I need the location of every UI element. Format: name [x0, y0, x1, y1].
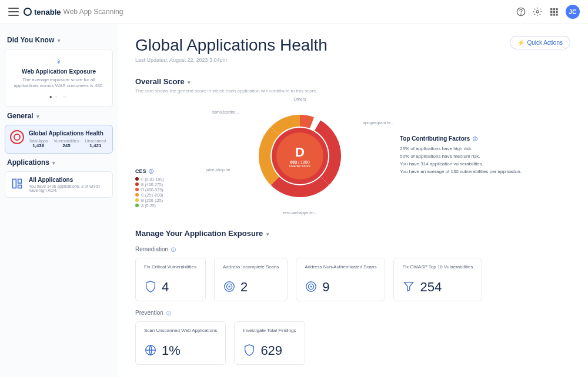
metric-value: 4 [162, 280, 169, 295]
grid-icon[interactable] [549, 7, 559, 16]
score-label: Overall Score [289, 164, 310, 168]
legend-item: B (200-125) [135, 198, 200, 202]
brand-logo[interactable]: tenable Web App Scanning [24, 8, 123, 16]
legend-dot-icon [135, 204, 139, 207]
svg-rect-11 [556, 14, 557, 15]
hamburger-icon[interactable] [8, 8, 19, 16]
svg-point-19 [229, 286, 230, 287]
donut-seg-label: zero.webapps.ec... [283, 211, 318, 215]
factor-line: 50% of applications have medium risk. [400, 154, 570, 159]
settings-icon[interactable] [533, 7, 542, 16]
subsection-prevention: Prevention ⓘ [135, 310, 570, 317]
svg-rect-6 [550, 11, 552, 13]
legend-label: E (400-275) [141, 182, 163, 187]
donut-seg-label: juice-shop.he... [206, 168, 233, 172]
legend-label: F (0.01-199) [141, 177, 164, 181]
svg-point-22 [310, 286, 312, 287]
target-icon [223, 280, 236, 295]
globe-icon [144, 344, 157, 358]
metric-card[interactable]: Address Incomplete Scans 2 [214, 258, 288, 301]
brand-text: tenable [34, 8, 61, 16]
sidebar-section-general[interactable]: General ▾ [7, 112, 111, 120]
filter-icon [402, 280, 415, 295]
carousel-dots[interactable]: ●○ ○ [11, 94, 106, 99]
svg-rect-14 [18, 185, 22, 188]
shield-icon [144, 280, 157, 295]
metric-card[interactable]: Address Non-Authenticated Scans 9 [296, 258, 385, 301]
svg-rect-5 [556, 8, 557, 10]
svg-rect-9 [550, 14, 552, 15]
chevron-down-icon: ▾ [58, 38, 61, 44]
legend-item: E (400-275) [135, 182, 200, 187]
legend-dot-icon [135, 198, 139, 202]
apps-icon [10, 177, 24, 191]
health-ring-icon [10, 130, 24, 144]
factors-column: Top Contributing Factors ⓘ 23% of applic… [400, 135, 570, 177]
metric-value: 629 [260, 343, 282, 358]
tip-title: Web Application Exposure [11, 68, 106, 75]
section-manage-exposure[interactable]: Manage Your Application Exposure ▾ [135, 229, 570, 238]
section-sub: The card shows the general score in whic… [135, 88, 570, 94]
metric-card[interactable]: Fix Critical Vulnerabilities 4 [135, 258, 206, 301]
legend-item: D (400-325) [135, 188, 200, 192]
sidebar: Did You Know ▾ ♀ Web Application Exposur… [0, 24, 118, 377]
chevron-down-icon: ▾ [36, 114, 39, 119]
product-name: Web App Scanning [64, 8, 123, 16]
subsection-remediation: Remediation ⓘ [135, 246, 570, 253]
page-header: Global Applications Health Last Updated:… [135, 36, 570, 63]
metric-card[interactable]: Investigate Total Findings 629 [234, 321, 305, 365]
metric-value: 2 [240, 280, 248, 295]
legend-column: CES ⓘ F (0.01-199)E (400-275)D (400-325)… [135, 104, 200, 209]
quick-actions-button[interactable]: ⚡ Quick Actions [510, 36, 570, 49]
tip-card: ♀ Web Application Exposure The average e… [5, 49, 113, 107]
user-avatar[interactable]: JC [566, 5, 580, 19]
section-label: Did You Know [7, 36, 54, 44]
svg-rect-7 [553, 11, 555, 13]
legend-label: A (0-25) [141, 204, 156, 208]
legend-label: C (251-200) [141, 193, 163, 197]
legend-item: A (0-25) [135, 204, 200, 208]
help-icon[interactable] [516, 7, 526, 16]
svg-point-1 [521, 14, 522, 15]
topbar-right: JC [516, 5, 580, 19]
metric-label: Fix Critical Vulnerabilities [144, 264, 197, 276]
sidebar-section-applications[interactable]: Applications ▾ [7, 158, 111, 167]
info-icon[interactable]: ⓘ [166, 311, 171, 316]
factor-line: You have 314 application vulnerabilities… [400, 161, 570, 167]
sidebar-section-didyouknow[interactable]: Did You Know ▾ [7, 36, 111, 44]
donut-seg-label: Others [293, 97, 306, 101]
remediation-cards-row: Fix Critical Vulnerabilities 4Address In… [135, 258, 570, 301]
target-icon [305, 280, 318, 295]
chevron-down-icon: ▾ [188, 79, 191, 85]
legend-item: F (0.01-199) [135, 177, 200, 181]
page-title: Global Applications Health [135, 36, 328, 55]
overall-score-row: CES ⓘ F (0.01-199)E (400-275)D (400-325)… [135, 97, 570, 215]
info-icon[interactable]: ⓘ [171, 247, 176, 252]
lightbulb-icon: ♀ [11, 56, 106, 66]
last-updated: Last Updated: August 22, 2023 3:04pm [135, 57, 328, 63]
metric-value: 1% [162, 343, 181, 358]
sidebar-item-all-applications[interactable]: All Applications You have 1436 applicati… [5, 171, 113, 198]
svg-rect-4 [553, 8, 555, 10]
metric-label: Address Incomplete Scans [223, 264, 279, 276]
svg-point-2 [536, 11, 539, 13]
section-label: Applications [7, 158, 49, 167]
sidebar-item-global-health[interactable]: Global Applications Health Total Apps1,4… [5, 125, 113, 154]
svg-rect-8 [556, 11, 557, 13]
legend-dot-icon [135, 182, 139, 186]
main-content: Global Applications Health Last Updated:… [118, 24, 588, 377]
legend-dot-icon [135, 193, 139, 197]
info-icon[interactable]: ⓘ [149, 169, 153, 174]
svg-rect-12 [13, 179, 16, 188]
metric-label: Scan Unscanned Web Applications [144, 328, 217, 340]
metric-card[interactable]: Scan Unscanned Web Applications 1% [135, 321, 226, 365]
metric-label: Investigate Total Findings [243, 328, 296, 340]
chevron-down-icon: ▾ [52, 160, 55, 166]
metric-card[interactable]: Fix OWASP Top 10 Vulnerabilities 254 [393, 258, 482, 301]
info-icon[interactable]: ⓘ [473, 137, 477, 142]
section-overall-score[interactable]: Overall Score ▾ [135, 77, 570, 86]
factor-line: You have an average of 130 vulnerabiliti… [400, 169, 570, 174]
donut-seg-label: demo.testfire... [212, 110, 239, 114]
donut-seg-label: apogeegram.te... [363, 121, 394, 125]
nav-item-sub: You have 1436 applications, 3 of which h… [29, 184, 108, 192]
